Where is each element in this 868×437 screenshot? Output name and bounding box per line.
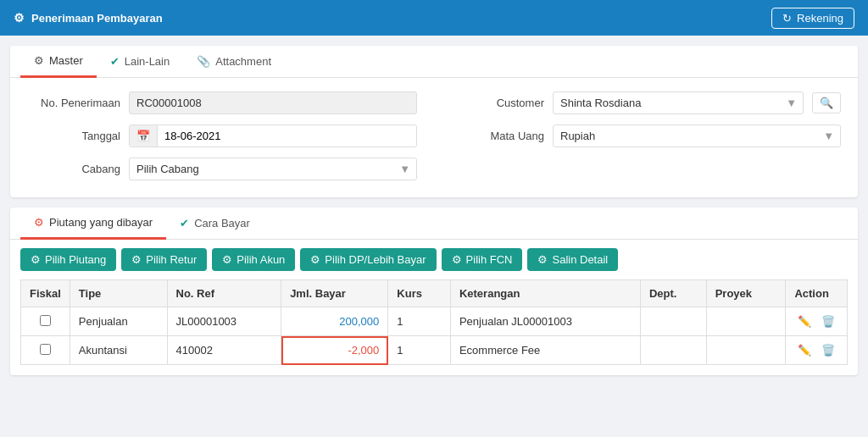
rekening-refresh-icon: ↻ (782, 12, 792, 25)
cabang-select[interactable]: Pilih Cabang (129, 158, 417, 180)
table-row: Akuntansi 410002 -2,000 1 Ecommerce Fee … (21, 336, 848, 365)
no-penerimaan-label: No. Penerimaan (27, 97, 120, 109)
tab-piutang[interactable]: ⚙ Piutang yang dibayar (20, 207, 166, 240)
customer-label: Customer (451, 97, 544, 109)
row1-edit-button[interactable]: ✏️ (794, 313, 815, 329)
row2-fiskal (21, 336, 70, 365)
action-buttons-row: ⚙ Pilih Piutang ⚙ Pilih Retur ⚙ Pilih Ak… (10, 240, 858, 279)
pilih-dp-button[interactable]: ⚙ Pilih DP/Lebih Bayar (300, 248, 436, 271)
pilih-retur-button[interactable]: ⚙ Pilih Retur (121, 248, 207, 271)
app-header: ⚙ Penerimaan Pembayaran ↻ Rekening (0, 0, 868, 36)
calendar-icon: 📅 (130, 125, 158, 147)
row1-dept (640, 307, 706, 336)
rekening-label: Rekening (797, 12, 843, 25)
row2-jml-bayar-value: -2,000 (348, 344, 379, 357)
pilih-piutang-icon: ⚙ (31, 253, 41, 266)
tab-master[interactable]: ⚙ Master (20, 46, 97, 78)
row1-no-ref: JL00001003 (167, 307, 281, 336)
tab-lain-icon: ✔ (110, 55, 120, 68)
tab-cara-bayar[interactable]: ✔ Cara Bayar (166, 207, 264, 240)
customer-row: Customer Shinta Rosdiana ▼ 🔍 (451, 91, 841, 114)
row2-tipe: Akuntansi (70, 336, 167, 365)
row2-proyek (706, 336, 786, 365)
row1-action: ✏️ 🗑️ (786, 307, 848, 336)
tanggal-input-wrapper[interactable]: 📅 18-06-2021 (129, 124, 417, 147)
salin-detail-button[interactable]: ⚙ Salin Detail (527, 248, 618, 271)
header-icon: ⚙ (14, 11, 25, 25)
pilih-fcn-label: Pilih FCN (466, 253, 513, 266)
no-penerimaan-row: No. Penerimaan RC00001008 (27, 91, 417, 114)
row1-kurs: 1 (388, 307, 451, 336)
tab-master-icon: ⚙ (34, 54, 44, 67)
pilih-fcn-button[interactable]: ⚙ Pilih FCN (442, 248, 523, 271)
section-tab-bar: ⚙ Piutang yang dibayar ✔ Cara Bayar (10, 207, 858, 240)
tab-lain-label: Lain-Lain (125, 55, 170, 68)
header-title-group: ⚙ Penerimaan Pembayaran (14, 11, 163, 25)
row1-checkbox[interactable] (40, 315, 51, 326)
page-title: Penerimaan Pembayaran (31, 12, 163, 25)
section-card: ⚙ Piutang yang dibayar ✔ Cara Bayar ⚙ Pi… (10, 207, 858, 375)
pilih-akun-icon: ⚙ (222, 253, 232, 266)
tanggal-value: 18-06-2021 (158, 125, 416, 147)
row1-jml-bayar: 200,000 (281, 307, 388, 336)
row2-dept (640, 336, 706, 365)
mata-uang-select-wrapper: Rupiah ▼ (553, 124, 841, 147)
row1-fiskal (21, 307, 70, 336)
row1-proyek (706, 307, 786, 336)
tab-cara-bayar-icon: ✔ (180, 217, 189, 230)
row2-kurs: 1 (388, 336, 451, 365)
customer-select-wrapper: Shinta Rosdiana ▼ (553, 91, 804, 114)
cabang-label: Cabang (27, 163, 120, 175)
form-area: No. Penerimaan RC00001008 Tanggal 📅 18-0… (10, 78, 858, 197)
col-dept: Dept. (640, 280, 706, 307)
tab-attach-label: Attachment (215, 55, 271, 68)
col-kurs: Kurs (388, 280, 451, 307)
row2-jml-bayar: -2,000 (281, 336, 388, 365)
customer-select[interactable]: Shinta Rosdiana (553, 91, 804, 114)
pilih-dp-icon: ⚙ (310, 253, 320, 266)
col-no-ref: No. Ref (167, 280, 281, 307)
pilih-dp-label: Pilih DP/Lebih Bayar (325, 253, 426, 266)
cabang-select-wrapper: Pilih Cabang ▼ (129, 158, 417, 180)
tab-master-label: Master (49, 54, 83, 67)
table-wrapper: Fiskal Tipe No. Ref Jml. Bayar Kurs Kete… (10, 279, 858, 375)
pilih-piutang-label: Pilih Piutang (45, 253, 106, 266)
main-card: ⚙ Master ✔ Lain-Lain 📎 Attachment No. Pe… (10, 46, 858, 197)
row2-no-ref: 410002 (167, 336, 281, 365)
tab-lain-lain[interactable]: ✔ Lain-Lain (97, 46, 184, 78)
tanggal-label: Tanggal (27, 130, 120, 142)
tab-attach-icon: 📎 (197, 55, 210, 68)
row2-keterangan: Ecommerce Fee (450, 336, 640, 365)
row2-edit-button[interactable]: ✏️ (794, 342, 815, 358)
pilih-akun-button[interactable]: ⚙ Pilih Akun (212, 248, 295, 271)
rekening-button[interactable]: ↻ Rekening (771, 8, 854, 29)
col-tipe: Tipe (70, 280, 167, 307)
mata-uang-select[interactable]: Rupiah (553, 124, 841, 147)
mata-uang-label: Mata Uang (451, 130, 544, 142)
pilih-akun-label: Pilih Akun (236, 253, 285, 266)
row1-keterangan: Penjualan JL00001003 (450, 307, 640, 336)
tab-bar: ⚙ Master ✔ Lain-Lain 📎 Attachment (10, 46, 858, 78)
row2-checkbox[interactable] (40, 344, 51, 355)
cabang-row: Cabang Pilih Cabang ▼ (27, 158, 417, 180)
mata-uang-row: Mata Uang Rupiah ▼ (451, 124, 841, 147)
pilih-retur-icon: ⚙ (131, 253, 142, 266)
col-jml-bayar: Jml. Bayar (281, 280, 388, 307)
table-row: Penjualan JL00001003 200,000 1 Penjualan… (21, 307, 848, 336)
customer-search-button[interactable]: 🔍 (812, 92, 841, 113)
piutang-table: Fiskal Tipe No. Ref Jml. Bayar Kurs Kete… (20, 279, 848, 365)
pilih-fcn-icon: ⚙ (452, 253, 462, 266)
tab-cara-bayar-label: Cara Bayar (194, 217, 250, 230)
tab-piutang-icon: ⚙ (34, 216, 44, 229)
col-keterangan: Keterangan (450, 280, 640, 307)
col-proyek: Proyek (706, 280, 786, 307)
salin-detail-label: Salin Detail (552, 253, 608, 266)
col-fiskal: Fiskal (21, 280, 70, 307)
pilih-piutang-button[interactable]: ⚙ Pilih Piutang (20, 248, 116, 271)
salin-detail-icon: ⚙ (537, 253, 548, 266)
row2-delete-button[interactable]: 🗑️ (818, 342, 838, 358)
row1-delete-button[interactable]: 🗑️ (818, 313, 838, 329)
form-grid: No. Penerimaan RC00001008 Tanggal 📅 18-0… (27, 91, 841, 180)
tab-attachment[interactable]: 📎 Attachment (183, 46, 285, 78)
tanggal-row: Tanggal 📅 18-06-2021 (27, 124, 417, 147)
